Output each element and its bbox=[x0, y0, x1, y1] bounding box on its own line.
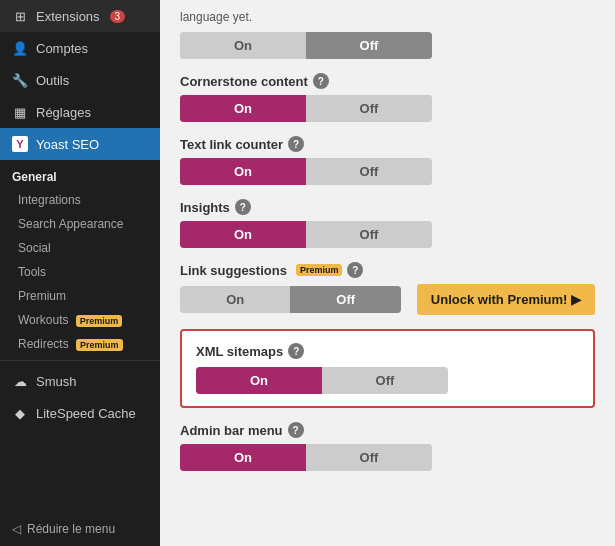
insights-help-icon[interactable]: ? bbox=[235, 199, 251, 215]
admin-bar-menu-help-icon[interactable]: ? bbox=[288, 422, 304, 438]
sidebar-item-smush[interactable]: ☁ Smush bbox=[0, 365, 160, 397]
link-suggestions-label: Link suggestions Premium ? bbox=[180, 262, 595, 278]
section-text-link-counter: Text link counter ? On Off bbox=[180, 136, 595, 185]
toggle-off-text-link[interactable]: Off bbox=[306, 158, 432, 185]
sidebar-item-yoast-seo[interactable]: Y Yoast SEO bbox=[0, 128, 160, 160]
toggle-off-link-suggestions[interactable]: Off bbox=[290, 286, 400, 313]
link-suggestions-help-icon[interactable]: ? bbox=[347, 262, 363, 278]
toggle-off-first[interactable]: Off bbox=[306, 32, 432, 59]
redirects-premium-badge: Premium bbox=[76, 339, 123, 351]
sidebar: ⊞ Extensions 3 👤 Comptes 🔧 Outils ▦ Régl… bbox=[0, 0, 160, 546]
reduce-icon: ◁ bbox=[12, 522, 21, 536]
toggle-container-first: On Off bbox=[180, 32, 432, 59]
toggle-on-cornerstone[interactable]: On bbox=[180, 95, 306, 122]
litespeed-icon: ◆ bbox=[12, 405, 28, 421]
toggle-off-cornerstone[interactable]: Off bbox=[306, 95, 432, 122]
sidebar-sub-integrations[interactable]: Integrations bbox=[0, 188, 160, 212]
sidebar-sub-workouts[interactable]: Workouts Premium bbox=[0, 308, 160, 332]
workouts-premium-badge: Premium bbox=[76, 315, 123, 327]
xml-sitemaps-label: XML sitemaps ? bbox=[196, 343, 579, 359]
reglages-icon: ▦ bbox=[12, 104, 28, 120]
reduce-label: Réduire le menu bbox=[27, 522, 115, 536]
reduce-menu-button[interactable]: ◁ Réduire le menu bbox=[0, 512, 160, 546]
toggle-row-link-suggestions: On Off Unlock with Premium! ▶ bbox=[180, 284, 595, 315]
toggle-container-xml-sitemaps: On Off bbox=[196, 367, 448, 394]
toggle-on-xml-sitemaps[interactable]: On bbox=[196, 367, 322, 394]
smush-icon: ☁ bbox=[12, 373, 28, 389]
yoast-icon: Y bbox=[12, 136, 28, 152]
sidebar-item-outils[interactable]: 🔧 Outils bbox=[0, 64, 160, 96]
main-content: language yet. On Off Cornerstone content… bbox=[160, 0, 615, 546]
sidebar-item-label: Smush bbox=[36, 374, 76, 389]
active-arrow bbox=[152, 136, 160, 152]
section-link-suggestions: Link suggestions Premium ? On Off Unlock… bbox=[180, 262, 595, 315]
toggle-row-first: On Off bbox=[180, 32, 595, 59]
text-link-counter-label: Text link counter ? bbox=[180, 136, 595, 152]
toggle-container-insights: On Off bbox=[180, 221, 432, 248]
toggle-container-admin-bar: On Off bbox=[180, 444, 432, 471]
extensions-badge: 3 bbox=[110, 10, 126, 23]
outils-icon: 🔧 bbox=[12, 72, 28, 88]
sidebar-item-label: Comptes bbox=[36, 41, 88, 56]
sidebar-divider bbox=[0, 360, 160, 361]
toggle-container-text-link: On Off bbox=[180, 158, 432, 185]
unlock-premium-button[interactable]: Unlock with Premium! ▶ bbox=[417, 284, 595, 315]
toggle-on-admin-bar[interactable]: On bbox=[180, 444, 306, 471]
comptes-icon: 👤 bbox=[12, 40, 28, 56]
xml-sitemaps-box: XML sitemaps ? On Off bbox=[180, 329, 595, 408]
sidebar-item-label: LiteSpeed Cache bbox=[36, 406, 136, 421]
cornerstone-label: Cornerstone content ? bbox=[180, 73, 595, 89]
sidebar-item-comptes[interactable]: 👤 Comptes bbox=[0, 32, 160, 64]
sidebar-sub-premium[interactable]: Premium bbox=[0, 284, 160, 308]
xml-sitemaps-help-icon[interactable]: ? bbox=[288, 343, 304, 359]
sidebar-item-label: Yoast SEO bbox=[36, 137, 99, 152]
sidebar-item-reglages[interactable]: ▦ Réglages bbox=[0, 96, 160, 128]
sidebar-sub-search-appearance[interactable]: Search Appearance bbox=[0, 212, 160, 236]
sidebar-sub-tools[interactable]: Tools bbox=[0, 260, 160, 284]
toggle-off-insights[interactable]: Off bbox=[306, 221, 432, 248]
toggle-on-text-link[interactable]: On bbox=[180, 158, 306, 185]
section-first: On Off bbox=[180, 32, 595, 59]
link-suggestions-premium-badge: Premium bbox=[296, 264, 343, 276]
toggle-on-insights[interactable]: On bbox=[180, 221, 306, 248]
sidebar-group-heading: General bbox=[0, 160, 160, 188]
toggle-off-xml-sitemaps[interactable]: Off bbox=[322, 367, 448, 394]
sidebar-item-litespeed[interactable]: ◆ LiteSpeed Cache bbox=[0, 397, 160, 429]
sidebar-item-label: Réglages bbox=[36, 105, 91, 120]
lang-note: language yet. bbox=[180, 0, 595, 24]
toggle-container-cornerstone: On Off bbox=[180, 95, 432, 122]
toggle-on-link-suggestions[interactable]: On bbox=[180, 286, 290, 313]
insights-label: Insights ? bbox=[180, 199, 595, 215]
admin-bar-menu-label: Admin bar menu ? bbox=[180, 422, 595, 438]
sidebar-item-label: Outils bbox=[36, 73, 69, 88]
section-admin-bar-menu: Admin bar menu ? On Off bbox=[180, 422, 595, 471]
text-link-counter-help-icon[interactable]: ? bbox=[288, 136, 304, 152]
cornerstone-help-icon[interactable]: ? bbox=[313, 73, 329, 89]
sidebar-sub-social[interactable]: Social bbox=[0, 236, 160, 260]
sidebar-item-extensions[interactable]: ⊞ Extensions 3 bbox=[0, 0, 160, 32]
toggle-off-admin-bar[interactable]: Off bbox=[306, 444, 432, 471]
sidebar-sub-redirects[interactable]: Redirects Premium bbox=[0, 332, 160, 356]
toggle-container-link-suggestions: On Off bbox=[180, 286, 401, 313]
toggle-on-first[interactable]: On bbox=[180, 32, 306, 59]
extensions-icon: ⊞ bbox=[12, 8, 28, 24]
section-cornerstone: Cornerstone content ? On Off bbox=[180, 73, 595, 122]
section-insights: Insights ? On Off bbox=[180, 199, 595, 248]
sidebar-item-label: Extensions bbox=[36, 9, 100, 24]
